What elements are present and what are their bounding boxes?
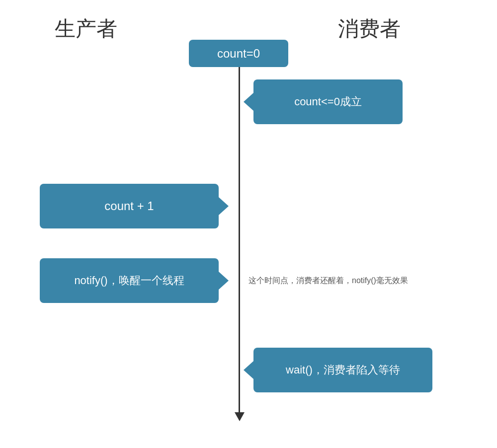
count-condition-box: count<=0成立 (253, 79, 403, 124)
count-init-box: count=0 (189, 40, 288, 67)
consumer-header: 消费者 (338, 15, 401, 43)
wait-box: wait()，消费者陷入等待 (253, 348, 432, 392)
timeline-arrow (235, 412, 245, 421)
notify-box: notify()，唤醒一个线程 (40, 258, 219, 303)
producer-header: 生产者 (55, 15, 117, 43)
annotation-text: 这个时间点，消费者还醒着，notify()毫无效果 (248, 276, 408, 286)
timeline-line (239, 40, 240, 417)
count-increment-box: count + 1 (40, 184, 219, 228)
